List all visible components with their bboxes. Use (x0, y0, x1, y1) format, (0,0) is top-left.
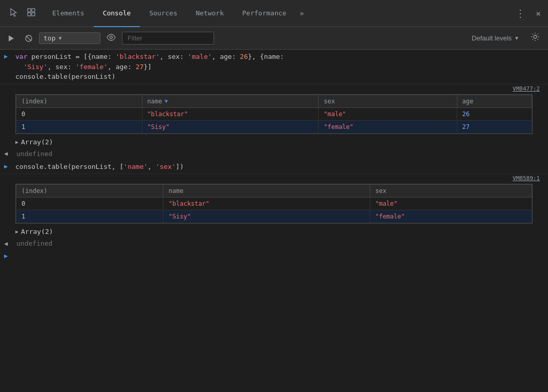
undefined-line-2: ◀ undefined (0, 237, 548, 249)
vm-link-row-1: VM8477:2 (0, 84, 548, 93)
console-entry-1: ▶ var personList = [{name: 'blackstar', … (0, 50, 548, 84)
cell-name-0-1: "blackstar" (142, 107, 319, 120)
vm-link-2[interactable]: VM8589:1 (509, 174, 544, 183)
triangle-icon-1: ▶ (15, 139, 18, 145)
table-row: 1 "Sisy" "female" (16, 210, 532, 223)
vm-link-1[interactable]: VM8477:2 (509, 84, 544, 93)
console-entry-2: ▶ console.table(personList, ['name', 'se… (0, 160, 548, 175)
svg-point-7 (110, 36, 113, 39)
entry-arrow-icon-2: ▶ (4, 163, 12, 170)
clear-console-button[interactable] (22, 32, 36, 45)
tab-elements[interactable]: Elements (43, 0, 94, 27)
str-male: 'male' (188, 53, 212, 60)
table-row: 0 "blackstar" "male" (16, 198, 532, 210)
tab-performance[interactable]: Performance (233, 0, 296, 27)
sort-icon: ▼ (164, 98, 167, 104)
run-button[interactable] (4, 32, 18, 45)
cell-name-1-2: "Sisy" (163, 210, 370, 223)
return-arrow-icon-2: ◀ (4, 240, 12, 247)
console-table-1-wrapper: (index) name ▼ sex age 0 "blackstar" "ma… (15, 94, 533, 134)
cell-sex-1-2: "female" (370, 210, 532, 223)
col-header-name-2: name (163, 185, 370, 198)
cell-index-0-2: 0 (16, 198, 163, 210)
cell-index-1-2: 1 (16, 210, 163, 223)
tab-console[interactable]: Console (94, 0, 140, 27)
devtools-icons (2, 6, 43, 21)
table-row: 1 "Sisy" "female" 27 (16, 120, 532, 133)
triangle-icon-2: ▶ (15, 229, 18, 234)
console-settings-button[interactable] (526, 30, 544, 46)
console-output: ▶ var personList = [{name: 'blackstar', … (0, 50, 548, 392)
cell-sex-1-1: "female" (319, 120, 457, 133)
col-header-index-1: (index) (16, 95, 142, 107)
eye-icon[interactable] (103, 31, 119, 45)
cell-sex-0-2: "male" (370, 198, 532, 210)
levels-caret-icon: ▼ (514, 35, 519, 41)
console-prompt-line[interactable]: ▶ (0, 249, 548, 263)
context-selector[interactable]: top ▼ (39, 32, 100, 44)
console-table-2: (index) name sex 0 "blackstar" "male" 1 … (16, 184, 532, 223)
vm-link-row-2: VM8589:1 (0, 174, 548, 183)
col-header-name-1[interactable]: name ▼ (142, 95, 319, 107)
keyword-var: var (15, 53, 31, 60)
entry-arrow-icon: ▶ (4, 53, 12, 60)
col-header-sex-2: sex (370, 185, 532, 198)
filter-input[interactable] (122, 32, 214, 45)
array-expand-1[interactable]: ▶ Array(2) (0, 136, 548, 148)
num-26: 26 (240, 53, 248, 60)
svg-rect-3 (32, 13, 35, 16)
context-value: top (44, 34, 55, 42)
code-block-1: var personList = [{name: 'blackstar', se… (15, 52, 544, 82)
console-table-2-wrapper: (index) name sex 0 "blackstar" "male" 1 … (15, 184, 533, 224)
col-header-sex-1: sex (319, 95, 457, 107)
array-label-1: Array(2) (21, 138, 53, 146)
cell-age-0-1: 26 (457, 107, 532, 120)
tab-bar: Elements Console Sources Network Perform… (0, 0, 548, 27)
cell-name-0-2: "blackstar" (163, 198, 370, 210)
more-tabs-button[interactable]: » (296, 9, 308, 17)
log-levels-button[interactable]: Default levels ▼ (468, 32, 523, 44)
prompt-cursor[interactable] (11, 252, 15, 259)
array-label-2: Array(2) (21, 228, 53, 235)
svg-rect-1 (32, 9, 35, 12)
cell-index-0-1: 0 (16, 107, 142, 120)
cell-index-1-1: 1 (16, 120, 142, 133)
col-header-index-2: (index) (16, 185, 163, 198)
array-expand-2[interactable]: ▶ Array(2) (0, 226, 548, 237)
console-toolbar: top ▼ Default levels ▼ (0, 27, 548, 50)
cell-age-1-1: 27 (457, 120, 532, 133)
str-sisy: 'Sisy' (24, 63, 48, 71)
col-header-age-1: age (457, 95, 532, 107)
svg-rect-2 (28, 13, 31, 16)
cell-name-1-1: "Sisy" (142, 120, 319, 133)
tab-network[interactable]: Network (186, 0, 233, 27)
cursor-icon[interactable] (7, 6, 20, 21)
cell-sex-0-1: "male" (319, 107, 457, 120)
tab-sources[interactable]: Sources (140, 0, 186, 27)
inspect-icon[interactable] (25, 6, 38, 21)
num-27: 27 (136, 63, 144, 71)
return-arrow-icon-1: ◀ (4, 150, 12, 157)
str-female: 'female' (75, 63, 108, 71)
close-devtools-button[interactable]: × (531, 9, 546, 18)
var-name: personList = [{name: (31, 53, 115, 60)
devtools-menu-button[interactable]: ⋮ (511, 7, 531, 19)
svg-marker-4 (9, 35, 14, 41)
context-caret-icon: ▼ (58, 35, 61, 41)
str-blackstar: 'blackstar' (116, 53, 160, 60)
table-row: 0 "blackstar" "male" 26 (16, 107, 532, 120)
svg-point-8 (534, 35, 537, 38)
levels-label: Default levels (472, 34, 512, 42)
undefined-value-2: undefined (16, 239, 52, 247)
undefined-value-1: undefined (16, 150, 52, 158)
prompt-icon: ▶ (4, 252, 8, 259)
svg-line-6 (26, 36, 31, 41)
console-table-1: (index) name ▼ sex age 0 "blackstar" "ma… (16, 95, 532, 134)
undefined-line-1: ◀ undefined (0, 148, 548, 160)
svg-rect-0 (28, 9, 31, 12)
code-block-2: console.table(personList, ['name', 'sex'… (15, 162, 544, 172)
